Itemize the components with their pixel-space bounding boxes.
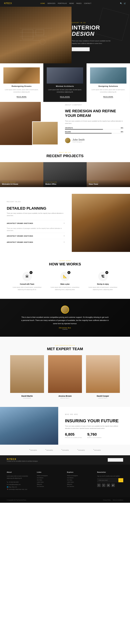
team-image-2	[48, 355, 82, 393]
planning-image	[72, 194, 130, 252]
testimonial-section: This is due to their excellent service c…	[0, 299, 130, 337]
brand-logo-1: ✦envato	[29, 449, 37, 451]
steps-container: 🏛 01 Consult with Team Lorem ipsum dolor…	[7, 272, 123, 291]
about-image-area	[0, 102, 58, 145]
service-card-2: Minimal Architects Lorem ipsum dolor sit…	[43, 63, 87, 102]
privacy-policy-link[interactable]: Privacy Policy	[103, 500, 111, 501]
hero-learn-more-button[interactable]: LEARN MORE	[72, 47, 90, 51]
nav-home[interactable]: HOME	[40, 3, 45, 4]
team-name-3: David Cooper	[86, 395, 120, 397]
accordion-toggle-2[interactable]: +	[63, 234, 65, 237]
service-desc-3: Lorem ipsum dolor sit amet, ipsum dolor …	[90, 88, 126, 93]
skill-building-pct: 80%	[121, 131, 123, 132]
project-item-3[interactable]: RENOVATION Glass Tower	[87, 162, 130, 187]
accordion-1[interactable]: ARCHITECT DRAWS SKETCHES +	[7, 220, 65, 226]
nav-links: HOME SERVICES PORTFOLIO NEWS PAGES CONTA…	[40, 3, 91, 4]
terms-conditions-link[interactable]: Terms & Conditions	[113, 500, 123, 501]
about-content: ABOUT COMPANY WE REDESIGN AND REFINE YOU…	[58, 102, 130, 145]
footer-link-1[interactable]: Places of Designers	[37, 475, 63, 476]
about-section: ABOUT COMPANY WE REDESIGN AND REFINE YOU…	[0, 102, 130, 145]
service-read-more-3[interactable]: READ MORE	[103, 96, 113, 98]
footer-social-links: 🌐 Blog, Shop, etc.	[7, 486, 33, 488]
planning-title: DETAILED PLANNING	[7, 206, 65, 210]
search-icon[interactable]: 🔍	[120, 2, 122, 4]
project-tag-1: INTERIOR DESIGN	[2, 182, 41, 183]
nav-news[interactable]: NEWS	[69, 3, 74, 4]
step-3-desc: Lorem ipsum dolor sit amet ipsum, consec…	[88, 286, 118, 291]
stat-1: 6,805 PROJECTS COMPLETED	[65, 432, 82, 438]
accordion-toggle-1[interactable]: +	[63, 222, 65, 225]
step-3-icon: 🏗 03	[98, 272, 108, 281]
step-1: 🏛 01 Consult with Team Lorem ipsum dolor…	[12, 272, 42, 291]
step-1-icon: 🏛 01	[22, 272, 32, 281]
footer-explore-4[interactable]: Latest News	[67, 482, 93, 483]
brand-logo-5: ✦envato	[93, 449, 101, 451]
accordion-toggle-3[interactable]: +	[63, 241, 65, 244]
social-facebook[interactable]: f	[97, 484, 101, 487]
insurance-title: INSURING YOUR FUTURE	[65, 418, 123, 423]
nav-contact[interactable]: CONTACT	[84, 3, 91, 4]
stat-label-2: HAPPY CUSTOMERS	[87, 437, 102, 438]
skill-architects-fill	[65, 129, 103, 130]
cart-icon[interactable]: 🛒	[124, 2, 126, 4]
footer-explore-6[interactable]: Our Services	[67, 486, 93, 487]
nav-services[interactable]: SERVICES	[47, 3, 55, 4]
team-name-1: David Martin	[10, 395, 44, 397]
social-linkedin[interactable]: in	[107, 484, 110, 487]
project-item-1[interactable]: INTERIOR DESIGN Minimalist Art House	[0, 162, 43, 187]
footer-link-2[interactable]: Our Mission	[37, 477, 63, 478]
service-read-more-1[interactable]: READ MORE	[17, 96, 27, 98]
stat-label-1: PROJECTS COMPLETED	[65, 437, 82, 438]
footer-explore-2[interactable]: Our Mission	[67, 477, 93, 478]
service-card-1: Redesigning Dreams Lorem ipsum dolor sit…	[0, 63, 43, 102]
footer-link-4[interactable]: Latest News	[37, 482, 63, 483]
nav-portfolio[interactable]: PORTFOLIO	[58, 3, 67, 4]
social-twitter[interactable]: t	[102, 484, 105, 487]
social-googleplus[interactable]: g+	[111, 484, 115, 487]
footer-explore-5[interactable]: Blog post	[67, 484, 93, 485]
footer-about-content: Lorem ipsum dolor sit amet consectetur a…	[7, 475, 33, 479]
signature-area: John Smith Chief Designer	[65, 138, 123, 143]
accordion-3[interactable]: ARCHITECT DRAWS SKETCHES +	[7, 239, 65, 245]
brand-logo-2: ✦envato	[45, 449, 53, 451]
nav-pages[interactable]: PAGES	[76, 3, 82, 4]
brand-icon-5: ✦	[93, 449, 94, 450]
footer-links-col: Links Places of Designers Our Mission Ou…	[37, 471, 63, 490]
footer-link-5[interactable]: Blog post	[37, 484, 63, 485]
footer-explore-3[interactable]: Our Story	[67, 479, 93, 481]
hero-section: EXPERT IN 3D INTERIOR DESIGN There are m…	[0, 7, 130, 63]
service-read-more-2[interactable]: READ MORE	[60, 96, 70, 98]
brands-section: ✦envato ✦envato ✦envato ✦envato ✦envato	[0, 445, 130, 455]
footer-link-3[interactable]: Our Story	[37, 479, 63, 481]
project-name-2: Modern Office	[45, 183, 85, 185]
footer-read-more-button[interactable]: READ MORE	[108, 458, 123, 462]
hero-description: There are many variations of lorem ipsum…	[72, 40, 115, 44]
newsletter-submit-button[interactable]: →	[118, 478, 123, 482]
accordion-title-3: ARCHITECT DRAWS SKETCHES	[7, 242, 33, 243]
planning-content: RECENT BLOG DETAILED PLANNING There are …	[0, 194, 72, 252]
accordion-2[interactable]: ARCHITECT DRAWS SKETCHES +	[7, 233, 65, 239]
nav-logo[interactable]: KITECX	[4, 2, 12, 4]
skill-building-bar	[65, 133, 123, 134]
team-image-3	[86, 355, 120, 393]
stat-num-1: 6,805	[65, 432, 82, 436]
footer-top-logo: KITECX Contact us for incredible interio…	[7, 458, 38, 462]
footer-top: KITECX Contact us for incredible interio…	[0, 455, 130, 464]
team-title: MET EXPERT TEAM	[7, 347, 123, 351]
footer-link-6[interactable]: Our Services	[37, 486, 63, 487]
step-1-badge: 01	[30, 271, 33, 274]
svg-point-7	[40, 39, 45, 44]
navigation: KITECX HOME SERVICES PORTFOLIO NEWS PAGE…	[0, 0, 130, 7]
insurance-image	[0, 407, 58, 445]
service-desc-1: Lorem ipsum dolor sit amet, ipsum dolor …	[3, 88, 40, 93]
brand-icon-4: ✦	[77, 449, 78, 450]
blueprint-illustration	[16, 22, 56, 48]
team-role-3: ARCHITECT	[86, 398, 120, 399]
svg-rect-0	[16, 22, 56, 48]
newsletter-email-input[interactable]	[97, 478, 118, 482]
team-image-1	[10, 355, 44, 393]
footer-explore-1[interactable]: Places of Designers	[67, 475, 93, 476]
about-title: WE REDESIGN AND REFINE YOUR DREAM	[65, 109, 123, 118]
service-image-3	[90, 68, 126, 84]
project-item-2[interactable]: ARCHITECTURE Modern Office	[43, 162, 87, 187]
